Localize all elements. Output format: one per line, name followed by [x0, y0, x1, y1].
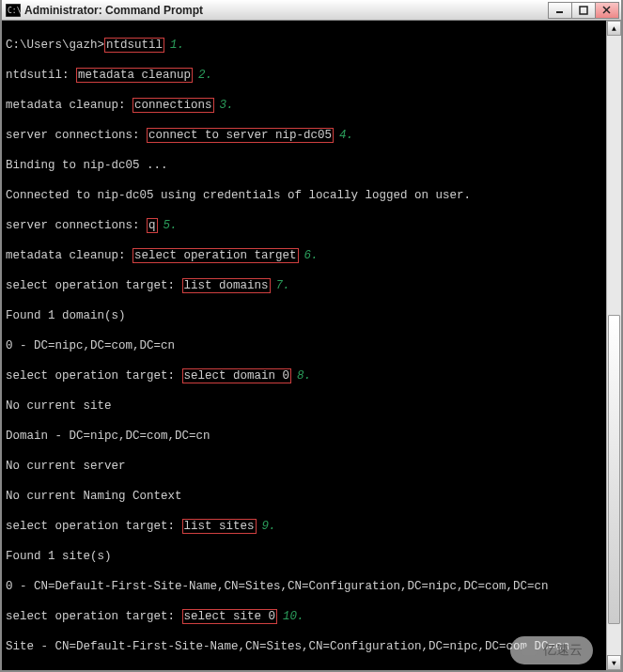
cmd-icon: C:\	[6, 4, 21, 17]
watermark-text: 亿速云	[543, 642, 583, 659]
cloud-icon	[521, 642, 537, 659]
prompt: select operation target:	[6, 369, 182, 383]
scroll-track[interactable]	[607, 36, 621, 655]
command-connect-server: connect to server nip-dc05	[147, 128, 334, 143]
output-line: Found 1 domain(s)	[6, 308, 617, 323]
command-metadata-cleanup: metadata cleanup	[76, 68, 193, 83]
annotation-3: 3.	[220, 99, 234, 112]
command-select-domain-0: select domain 0	[182, 368, 292, 383]
prompt: metadata cleanup:	[6, 99, 132, 112]
prompt: select operation target:	[6, 520, 182, 533]
output-line: No current Naming Context	[6, 489, 617, 504]
command-q: q	[147, 218, 158, 233]
scroll-thumb[interactable]	[608, 315, 620, 625]
command-prompt-window: C:\ Administrator: Command Prompt C:\Use…	[0, 0, 623, 672]
output-line: 0 - CN=Default-First-Site-Name,CN=Sites,…	[6, 579, 617, 594]
scroll-down-button[interactable]: ▼	[607, 655, 621, 670]
command-connections: connections	[132, 98, 214, 113]
prompt: ntdsutil:	[6, 69, 76, 82]
command-list-domains: list domains	[182, 278, 271, 293]
annotation-7: 7.	[276, 279, 290, 292]
window-buttons	[549, 2, 619, 19]
prompt: select operation target:	[6, 610, 182, 623]
annotation-6: 6.	[304, 249, 319, 262]
maximize-button[interactable]	[571, 2, 596, 19]
output-line: No current site	[6, 399, 617, 414]
prompt: server connections:	[6, 129, 147, 142]
command-select-site-0: select site 0	[182, 609, 278, 624]
output-line: No current server	[6, 459, 617, 474]
annotation-9: 9.	[262, 520, 276, 533]
annotation-8: 8.	[297, 369, 311, 383]
command-ntdsutil: ntdsutil	[104, 38, 164, 53]
annotation-5: 5.	[164, 219, 178, 232]
svg-rect-3	[580, 7, 587, 14]
prompt: C:\Users\gazh>	[6, 39, 104, 52]
annotation-2: 2.	[198, 69, 212, 82]
prompt: metadata cleanup:	[6, 249, 132, 262]
annotation-10: 10.	[283, 610, 304, 623]
terminal-output[interactable]: C:\Users\gazh>ntdsutil1. ntdsutil: metad…	[2, 21, 621, 670]
scroll-up-button[interactable]: ▲	[607, 21, 621, 36]
output-line: Domain - DC=nipc,DC=com,DC=cn	[6, 429, 617, 444]
window-title: Administrator: Command Prompt	[24, 4, 549, 17]
prompt: server connections:	[6, 219, 147, 232]
annotation-4: 4.	[339, 129, 353, 142]
command-select-operation-target: select operation target	[132, 248, 299, 263]
window-titlebar[interactable]: C:\ Administrator: Command Prompt	[2, 0, 621, 21]
output-line: 0 - DC=nipc,DC=com,DC=cn	[6, 338, 617, 353]
output-line: Found 1 site(s)	[6, 549, 617, 564]
output-line: Binding to nip-dc05 ...	[6, 158, 617, 173]
vertical-scrollbar[interactable]: ▲ ▼	[606, 21, 621, 670]
close-button[interactable]	[595, 2, 619, 19]
annotation-1: 1.	[170, 39, 184, 52]
svg-text:C:\: C:\	[8, 7, 21, 15]
watermark-badge: 亿速云	[510, 636, 593, 664]
prompt: select operation target:	[6, 279, 182, 292]
command-list-sites: list sites	[182, 519, 257, 534]
output-line: Connected to nip-dc05 using credentials …	[6, 188, 617, 203]
minimize-button[interactable]	[548, 2, 572, 19]
output-line	[6, 669, 617, 670]
